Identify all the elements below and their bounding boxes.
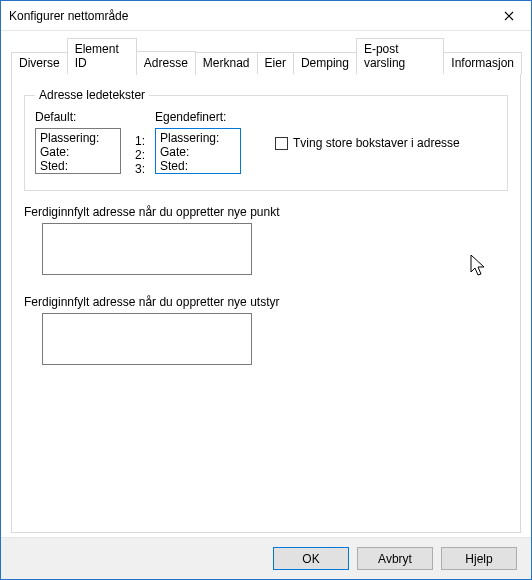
tab-strip: Diverse Element ID Adresse Merknad Eier … [11,38,521,74]
close-icon [504,11,514,21]
ok-button[interactable]: OK [273,547,349,570]
tab-elementid[interactable]: Element ID [67,38,137,74]
default-line-1: Plassering: [40,131,116,145]
tab-demping[interactable]: Demping [293,52,357,74]
prefill-punkt-input[interactable] [42,223,252,275]
force-caps-label: Tving store bokstaver i adresse [293,136,460,150]
custom-label: Egendefinert: [155,110,241,124]
cancel-button[interactable]: Avbryt [357,547,433,570]
tab-eier[interactable]: Eier [257,52,294,74]
group-legend: Adresse ledetekster [35,88,149,102]
title-bar: Konfigurer nettområde [1,1,531,31]
number-column: 1: 2: 3: [131,110,145,176]
window-title: Konfigurer nettområde [9,9,486,23]
tab-diverse[interactable]: Diverse [11,52,68,74]
custom-line-2: Gate: [160,145,236,159]
custom-line-1: Plassering: [160,131,236,145]
default-line-3: Sted: [40,159,116,173]
prefill-punkt-label: Ferdiginnfylt adresse når du oppretter n… [24,205,508,219]
default-line-2: Gate: [40,145,116,159]
num-1: 1: [131,134,145,148]
num-2: 2: [131,148,145,162]
tab-informasjon[interactable]: Informasjon [443,52,522,74]
help-button[interactable]: Hjelp [441,547,517,570]
prefill-utstyr-input[interactable] [42,313,252,365]
tab-adresse[interactable]: Adresse [136,51,196,75]
tab-epost[interactable]: E-post varsling [356,38,444,74]
force-caps-checkbox[interactable] [275,137,288,150]
custom-list[interactable]: Plassering: Gate: Sted: [155,128,241,174]
dialog-content: Diverse Element ID Adresse Merknad Eier … [1,31,531,537]
tab-panel-adresse: Adresse ledetekster Default: Plassering:… [11,73,521,533]
dialog-footer: OK Avbryt Hjelp [1,537,531,579]
tab-merknad[interactable]: Merknad [195,52,258,74]
default-column: Default: Plassering: Gate: Sted: [35,110,121,174]
num-3: 3: [131,162,145,176]
close-button[interactable] [486,1,531,31]
group-adresse-ledetekster: Adresse ledetekster Default: Plassering:… [24,88,508,191]
custom-column: Egendefinert: Plassering: Gate: Sted: [155,110,241,174]
custom-line-3: Sted: [160,159,236,173]
default-label: Default: [35,110,121,124]
prefill-utstyr-label: Ferdiginnfylt adresse når du oppretter n… [24,295,508,309]
default-list: Plassering: Gate: Sted: [35,128,121,174]
force-caps-row[interactable]: Tving store bokstaver i adresse [251,110,460,150]
